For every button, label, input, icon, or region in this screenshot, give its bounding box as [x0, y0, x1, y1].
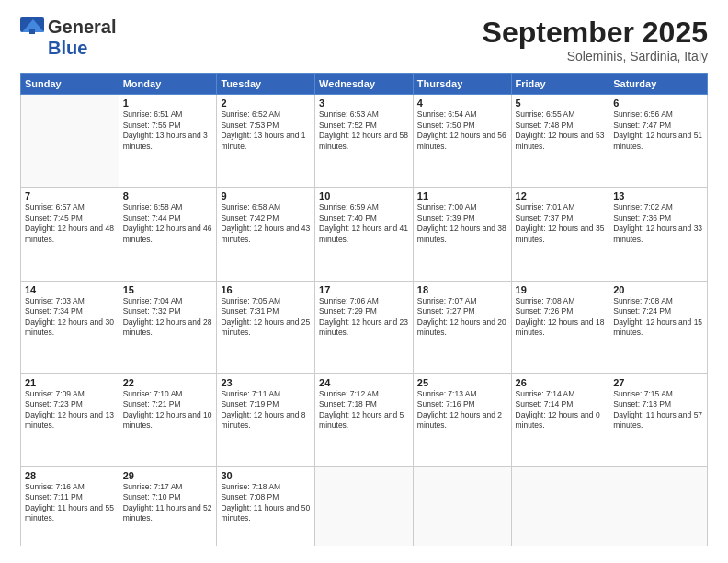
cell-info: Sunrise: 7:08 AM Sunset: 7:24 PM Dayligh… [613, 296, 703, 339]
cell-info: Sunrise: 7:15 AM Sunset: 7:13 PM Dayligh… [613, 389, 703, 431]
table-row: 21 Sunrise: 7:09 AM Sunset: 7:23 PM Dayl… [21, 373, 119, 466]
table-row: 4 Sunrise: 6:54 AM Sunset: 7:50 PM Dayli… [413, 95, 511, 188]
day-number: 30 [221, 470, 311, 481]
cell-info: Sunrise: 7:06 AM Sunset: 7:29 PM Dayligh… [319, 296, 409, 339]
day-number: 23 [221, 377, 311, 388]
table-row: 17 Sunrise: 7:06 AM Sunset: 7:29 PM Dayl… [315, 281, 414, 373]
day-number: 12 [516, 190, 606, 201]
cell-info: Sunrise: 6:59 AM Sunset: 7:40 PM Dayligh… [319, 202, 409, 245]
table-row: 28 Sunrise: 7:16 AM Sunset: 7:11 PM Dayl… [21, 466, 119, 546]
month-title: September 2025 [483, 17, 708, 49]
cell-info: Sunrise: 7:01 AM Sunset: 7:37 PM Dayligh… [516, 202, 606, 245]
title-block: September 2025 Soleminis, Sardinia, Ital… [483, 17, 708, 63]
table-row: 11 Sunrise: 7:00 AM Sunset: 7:39 PM Dayl… [413, 188, 511, 281]
cell-info: Sunrise: 6:57 AM Sunset: 7:45 PM Dayligh… [25, 202, 115, 245]
col-saturday: Saturday [609, 74, 708, 95]
day-number: 13 [613, 190, 703, 201]
day-number: 2 [221, 98, 311, 109]
day-number: 8 [123, 190, 213, 201]
table-row [315, 466, 414, 546]
day-number: 9 [221, 190, 311, 201]
table-row [511, 466, 609, 546]
logo-icon [20, 17, 46, 38]
cell-info: Sunrise: 7:13 AM Sunset: 7:16 PM Dayligh… [417, 389, 507, 431]
col-sunday: Sunday [21, 74, 119, 95]
day-number: 3 [319, 98, 409, 109]
table-row: 24 Sunrise: 7:12 AM Sunset: 7:18 PM Dayl… [315, 373, 414, 466]
cell-info: Sunrise: 7:11 AM Sunset: 7:19 PM Dayligh… [221, 389, 311, 431]
col-friday: Friday [511, 74, 609, 95]
table-row: 25 Sunrise: 7:13 AM Sunset: 7:16 PM Dayl… [413, 373, 511, 466]
col-wednesday: Wednesday [315, 74, 414, 95]
table-row: 16 Sunrise: 7:05 AM Sunset: 7:31 PM Dayl… [217, 281, 315, 373]
table-row: 20 Sunrise: 7:08 AM Sunset: 7:24 PM Dayl… [609, 281, 708, 373]
day-number: 17 [319, 284, 409, 295]
table-row: 7 Sunrise: 6:57 AM Sunset: 7:45 PM Dayli… [21, 188, 119, 281]
table-row: 9 Sunrise: 6:58 AM Sunset: 7:42 PM Dayli… [217, 188, 315, 281]
table-row: 19 Sunrise: 7:08 AM Sunset: 7:26 PM Dayl… [511, 281, 609, 373]
table-row [413, 466, 511, 546]
table-row: 15 Sunrise: 7:04 AM Sunset: 7:32 PM Dayl… [119, 281, 217, 373]
day-number: 28 [25, 470, 115, 481]
cell-info: Sunrise: 7:08 AM Sunset: 7:26 PM Dayligh… [516, 296, 606, 339]
cell-info: Sunrise: 7:03 AM Sunset: 7:34 PM Dayligh… [25, 296, 115, 339]
calendar-table: Sunday Monday Tuesday Wednesday Thursday… [20, 73, 708, 546]
cell-info: Sunrise: 7:10 AM Sunset: 7:21 PM Dayligh… [123, 389, 213, 431]
day-number: 7 [25, 190, 115, 201]
cell-info: Sunrise: 6:51 AM Sunset: 7:55 PM Dayligh… [123, 109, 213, 152]
cell-info: Sunrise: 6:58 AM Sunset: 7:44 PM Dayligh… [123, 202, 213, 245]
table-row: 27 Sunrise: 7:15 AM Sunset: 7:13 PM Dayl… [609, 373, 708, 466]
day-number: 10 [319, 190, 409, 201]
logo-general: General [48, 17, 116, 38]
day-number: 22 [123, 377, 213, 388]
cell-info: Sunrise: 6:55 AM Sunset: 7:48 PM Dayligh… [516, 109, 606, 152]
day-number: 29 [123, 470, 213, 481]
cell-info: Sunrise: 6:54 AM Sunset: 7:50 PM Dayligh… [417, 109, 507, 152]
subtitle: Soleminis, Sardinia, Italy [483, 49, 708, 63]
day-number: 5 [516, 98, 606, 109]
table-row: 3 Sunrise: 6:53 AM Sunset: 7:52 PM Dayli… [315, 95, 414, 188]
day-number: 25 [417, 377, 507, 388]
cell-info: Sunrise: 7:16 AM Sunset: 7:11 PM Dayligh… [25, 482, 115, 524]
logo: General Blue [20, 17, 116, 59]
table-row: 29 Sunrise: 7:17 AM Sunset: 7:10 PM Dayl… [119, 466, 217, 546]
day-number: 19 [516, 284, 606, 295]
header: General Blue September 2025 Soleminis, S… [20, 17, 708, 63]
cell-info: Sunrise: 6:56 AM Sunset: 7:47 PM Dayligh… [613, 109, 703, 152]
table-row: 2 Sunrise: 6:52 AM Sunset: 7:53 PM Dayli… [217, 95, 315, 188]
cell-info: Sunrise: 7:04 AM Sunset: 7:32 PM Dayligh… [123, 296, 213, 339]
day-number: 1 [123, 98, 213, 109]
cell-info: Sunrise: 6:53 AM Sunset: 7:52 PM Dayligh… [319, 109, 409, 152]
table-row: 13 Sunrise: 7:02 AM Sunset: 7:36 PM Dayl… [609, 188, 708, 281]
day-number: 21 [25, 377, 115, 388]
cell-info: Sunrise: 7:14 AM Sunset: 7:14 PM Dayligh… [516, 389, 606, 431]
table-row: 26 Sunrise: 7:14 AM Sunset: 7:14 PM Dayl… [511, 373, 609, 466]
cell-info: Sunrise: 7:05 AM Sunset: 7:31 PM Dayligh… [221, 296, 311, 339]
col-monday: Monday [119, 74, 217, 95]
day-number: 15 [123, 284, 213, 295]
day-number: 16 [221, 284, 311, 295]
page: General Blue September 2025 Soleminis, S… [0, 0, 728, 563]
day-number: 18 [417, 284, 507, 295]
logo-blue: Blue [48, 38, 87, 59]
header-row: Sunday Monday Tuesday Wednesday Thursday… [21, 74, 708, 95]
cell-info: Sunrise: 7:02 AM Sunset: 7:36 PM Dayligh… [613, 202, 703, 245]
day-number: 11 [417, 190, 507, 201]
day-number: 6 [613, 98, 703, 109]
table-row: 6 Sunrise: 6:56 AM Sunset: 7:47 PM Dayli… [609, 95, 708, 188]
day-number: 27 [613, 377, 703, 388]
cell-info: Sunrise: 7:17 AM Sunset: 7:10 PM Dayligh… [123, 482, 213, 524]
table-row [21, 95, 119, 188]
cell-info: Sunrise: 7:09 AM Sunset: 7:23 PM Dayligh… [25, 389, 115, 431]
day-number: 26 [516, 377, 606, 388]
col-thursday: Thursday [413, 74, 511, 95]
table-row: 30 Sunrise: 7:18 AM Sunset: 7:08 PM Dayl… [217, 466, 315, 546]
table-row: 22 Sunrise: 7:10 AM Sunset: 7:21 PM Dayl… [119, 373, 217, 466]
table-row: 5 Sunrise: 6:55 AM Sunset: 7:48 PM Dayli… [511, 95, 609, 188]
table-row: 12 Sunrise: 7:01 AM Sunset: 7:37 PM Dayl… [511, 188, 609, 281]
table-row: 23 Sunrise: 7:11 AM Sunset: 7:19 PM Dayl… [217, 373, 315, 466]
cell-info: Sunrise: 7:12 AM Sunset: 7:18 PM Dayligh… [319, 389, 409, 431]
cell-info: Sunrise: 7:00 AM Sunset: 7:39 PM Dayligh… [417, 202, 507, 245]
col-tuesday: Tuesday [217, 74, 315, 95]
cell-info: Sunrise: 6:58 AM Sunset: 7:42 PM Dayligh… [221, 202, 311, 245]
